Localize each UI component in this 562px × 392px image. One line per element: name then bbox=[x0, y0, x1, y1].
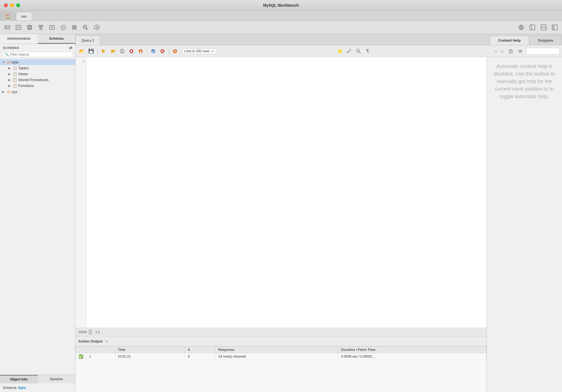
toolbar-btn-ee1[interactable] bbox=[47, 23, 57, 32]
zoom-down[interactable]: ▼ bbox=[88, 332, 92, 335]
separator-1 bbox=[97, 48, 98, 54]
svg-rect-0 bbox=[5, 26, 10, 29]
cell-action: S bbox=[185, 353, 216, 360]
qbtn-explain[interactable] bbox=[118, 47, 126, 55]
schemas-toggle-icon[interactable]: ⇄ bbox=[69, 46, 73, 50]
schema-tree: ▼ 🗃 byte ▶ 📋 Tables ▶ 📋 Views ▶ 📋 Stored… bbox=[0, 59, 75, 375]
tree-item-stored-procedures[interactable]: ▶ 📋 Stored Procedures bbox=[0, 77, 75, 83]
nav-refresh[interactable] bbox=[507, 47, 516, 55]
filter-box[interactable]: 🔍 bbox=[2, 52, 73, 57]
tab-snippets[interactable]: Snippets bbox=[529, 36, 562, 45]
zoom-stepper[interactable]: ▲ ▼ bbox=[88, 329, 93, 335]
toolbar-btn-layout3[interactable] bbox=[550, 23, 560, 32]
folder-icon-tables: 📋 bbox=[13, 66, 17, 70]
editor-content[interactable] bbox=[87, 57, 487, 328]
tree-item-tables[interactable]: ▶ 📋 Tables bbox=[0, 65, 75, 71]
qbtn-format[interactable]: 🖊 bbox=[345, 47, 353, 55]
tree-arrow-sys: ▶ bbox=[2, 90, 6, 93]
svg-rect-9 bbox=[39, 25, 41, 27]
query-tab-query2[interactable]: Query 2 bbox=[75, 36, 100, 45]
sidebar-tab-schemas[interactable]: Schemas bbox=[38, 34, 75, 44]
cell-duration: 0.0039 sec / 0.00001... bbox=[338, 353, 487, 360]
toolbar-btn-settings[interactable] bbox=[516, 23, 526, 32]
toolbar-btn-layout1[interactable] bbox=[527, 23, 537, 32]
tree-label-views: Views bbox=[18, 72, 28, 76]
main-panel: Query 2 Context Help Snippets 📂 💾 bbox=[75, 34, 562, 392]
qbtn-execute-current[interactable] bbox=[109, 47, 117, 55]
svg-point-55 bbox=[356, 49, 359, 52]
bottom-tab-object-info[interactable]: Object Info bbox=[0, 375, 38, 383]
svg-rect-1 bbox=[6, 27, 7, 28]
search-icon: 🔍 bbox=[5, 53, 9, 56]
qbtn-import[interactable] bbox=[136, 47, 145, 55]
context-help-content: Automatic context help is disabled. Use … bbox=[487, 57, 562, 392]
tab-xxx[interactable]: xxx bbox=[16, 12, 32, 20]
svg-marker-37 bbox=[111, 49, 115, 53]
svg-rect-19 bbox=[72, 25, 74, 27]
line-numbers: 1 bbox=[75, 57, 87, 328]
qbtn-rollback[interactable] bbox=[158, 47, 167, 55]
tree-item-views[interactable]: ▶ 📋 Views bbox=[0, 71, 75, 77]
maximize-button[interactable] bbox=[16, 3, 20, 7]
window-controls bbox=[4, 3, 20, 7]
sidebar-tab-administration[interactable]: Administration bbox=[0, 34, 38, 44]
tree-label-stored-procedures: Stored Procedures bbox=[18, 78, 48, 82]
zoom-value: 100% bbox=[78, 330, 87, 334]
context-help-nav: ◀ ▶ bbox=[492, 47, 560, 55]
home-icon: 🏠 bbox=[5, 14, 11, 19]
qbtn-commit[interactable] bbox=[149, 47, 157, 55]
minimize-button[interactable] bbox=[10, 3, 14, 7]
tree-item-sys[interactable]: ▶ 🗃 sys bbox=[0, 89, 75, 95]
toolbar-btn-barrel[interactable] bbox=[25, 23, 35, 32]
limit-label: Limit to 200 rows bbox=[184, 49, 210, 53]
zoom-up[interactable]: ▲ bbox=[88, 330, 92, 332]
tab-home[interactable]: 🏠 bbox=[0, 12, 16, 20]
app-title: MySQL Workbench bbox=[263, 3, 299, 8]
svg-rect-10 bbox=[41, 25, 43, 27]
nav-back[interactable]: ◀ bbox=[492, 48, 499, 55]
qbtn-bookmark[interactable]: ⭐ bbox=[336, 47, 344, 55]
output-sort-icon[interactable] bbox=[104, 339, 109, 344]
svg-point-28 bbox=[520, 27, 522, 28]
separator-3 bbox=[169, 48, 169, 54]
toolbar-btn-ee2[interactable] bbox=[58, 23, 68, 32]
toolbar-btn-ee3[interactable] bbox=[69, 23, 79, 32]
toolbar-btn-mod[interactable] bbox=[92, 23, 102, 32]
nav-forward[interactable]: ▶ bbox=[499, 48, 507, 55]
tree-arrow-tables: ▶ bbox=[8, 67, 12, 70]
qbtn-export[interactable] bbox=[171, 47, 179, 55]
svg-point-40 bbox=[122, 50, 123, 51]
filter-input[interactable] bbox=[10, 53, 70, 56]
tab-context-help[interactable]: Context Help bbox=[490, 36, 529, 45]
toolbar-btn-db-connect[interactable] bbox=[2, 23, 12, 32]
toolbar-btn-sql[interactable]: SQL bbox=[13, 23, 23, 32]
zoom-control[interactable]: 100% ▲ ▼ bbox=[78, 329, 93, 335]
qbtn-open[interactable]: 📂 bbox=[78, 47, 86, 55]
svg-text:SQL: SQL bbox=[16, 26, 21, 29]
svg-line-24 bbox=[86, 28, 88, 30]
table-row: ✅ 1 10:01:21 S 24 row(s) returned 0.0039… bbox=[76, 353, 487, 360]
col-row-indicator bbox=[76, 347, 86, 353]
limit-select[interactable]: Limit to 200 rows bbox=[182, 48, 216, 54]
close-button[interactable] bbox=[4, 3, 8, 7]
toolbar-btn-scan[interactable] bbox=[81, 23, 91, 32]
qbtn-save[interactable]: 💾 bbox=[87, 47, 95, 55]
bottom-tab-session[interactable]: Session bbox=[38, 375, 75, 383]
tree-arrow-byte: ▼ bbox=[2, 61, 6, 64]
query-editor[interactable]: 1 bbox=[75, 57, 487, 328]
col-action: A bbox=[185, 347, 216, 353]
context-search-input[interactable] bbox=[526, 48, 560, 55]
output-header-label: Action Output bbox=[78, 339, 103, 343]
tree-item-functions[interactable]: ▶ 📋 Functions bbox=[0, 83, 75, 89]
qbtn-stop[interactable] bbox=[127, 47, 136, 55]
nav-more[interactable] bbox=[516, 47, 525, 55]
toolbar-btn-layout2[interactable] bbox=[539, 23, 549, 32]
qbtn-execute-all[interactable] bbox=[100, 47, 108, 55]
tree-item-byte[interactable]: ▼ 🗃 byte bbox=[0, 59, 75, 65]
toolbar-btn-schema[interactable] bbox=[36, 23, 46, 32]
qbtn-word-wrap[interactable]: ¶ bbox=[363, 47, 372, 55]
svg-marker-36 bbox=[102, 49, 105, 53]
col-time: Time bbox=[115, 347, 185, 353]
qbtn-find[interactable] bbox=[354, 47, 363, 55]
svg-rect-3 bbox=[8, 27, 9, 28]
